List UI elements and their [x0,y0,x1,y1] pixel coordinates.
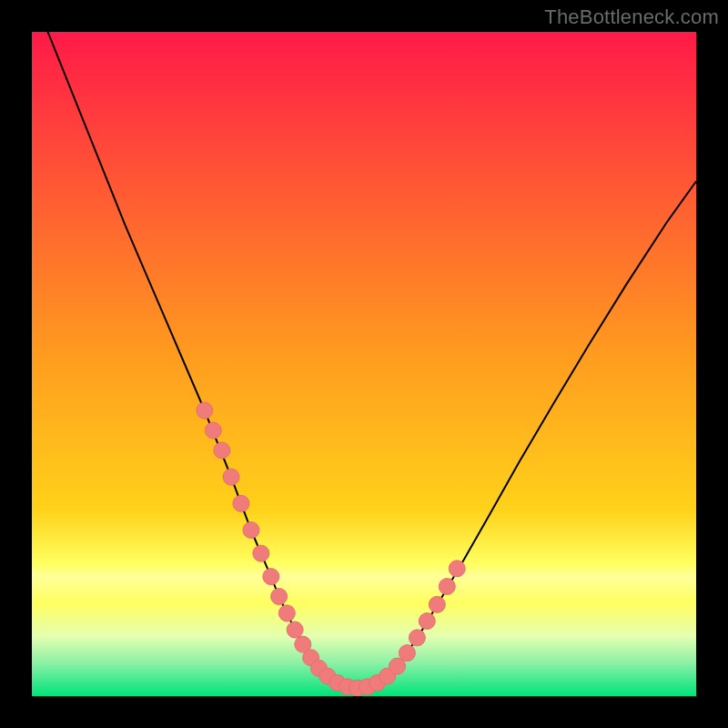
curve-marker [439,579,455,595]
curve-marker [223,469,239,485]
curve-marker [278,605,295,622]
curve-marker [271,589,288,605]
curve-marker [419,613,435,630]
curve-marker [449,561,465,577]
plot-area [32,32,696,696]
curve-marker [263,569,279,585]
curve-marker [287,622,303,638]
gradient-background [32,32,696,696]
attribution-text: TheBottleneck.com [544,5,719,29]
curve-marker [243,522,259,539]
curve-marker [409,630,425,646]
chart-frame: TheBottleneck.com [0,0,728,728]
curve-marker [429,596,445,612]
curve-marker [214,442,230,459]
curve-marker [399,645,415,662]
chart-svg [32,32,696,696]
curve-marker [233,495,249,511]
curve-marker [205,422,221,439]
curve-marker [253,545,269,561]
curve-marker [197,402,213,419]
